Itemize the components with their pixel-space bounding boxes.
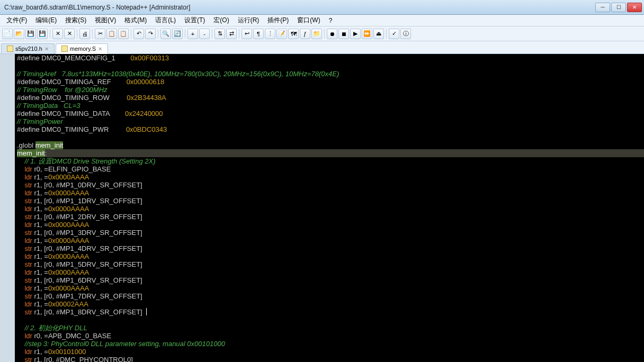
paste-icon[interactable]: 📋 xyxy=(118,29,129,39)
find-icon[interactable]: 🔍 xyxy=(160,29,171,39)
window-titlebar: C:\raw_board\6.sdram\BL1\memory.S - Note… xyxy=(0,0,644,15)
separator xyxy=(386,29,387,39)
show-all-chars-icon[interactable]: ¶ xyxy=(253,29,264,39)
stop-macro-icon[interactable]: ⏹ xyxy=(338,29,349,39)
file-icon xyxy=(7,46,13,52)
menu-language[interactable]: 语言(L) xyxy=(151,15,180,26)
menu-help[interactable]: ? xyxy=(325,16,337,25)
separator xyxy=(324,29,325,39)
separator xyxy=(212,29,212,39)
sync-h-icon[interactable]: ⇄ xyxy=(226,29,237,39)
print-icon[interactable]: 🖨 xyxy=(79,29,90,39)
menu-view[interactable]: 视图(V) xyxy=(91,15,120,26)
highlighted-word: mem_init xyxy=(35,141,64,149)
tab-close-icon[interactable]: ✕ xyxy=(98,46,102,52)
fast-run-icon[interactable]: ⏩ xyxy=(362,29,372,39)
separator xyxy=(50,29,50,39)
menu-plugins[interactable]: 插件(P) xyxy=(263,15,293,26)
zoom-out-icon[interactable]: - xyxy=(199,29,210,39)
text-caret xyxy=(146,308,147,315)
tab-label: s5pv210.h xyxy=(15,46,42,52)
about-icon[interactable]: ⓘ xyxy=(400,29,411,39)
play-macro-icon[interactable]: ▶ xyxy=(350,29,361,39)
tab-bar: s5pv210.h ✕ memory.S ✕ xyxy=(0,41,644,54)
menu-edit[interactable]: 编辑(E) xyxy=(31,15,61,26)
minimize-button[interactable]: ─ xyxy=(595,3,610,12)
tab-s5pv210[interactable]: s5pv210.h ✕ xyxy=(1,43,55,53)
func-list-icon[interactable]: ƒ xyxy=(300,29,310,39)
menu-macro[interactable]: 宏(O) xyxy=(209,15,233,26)
separator xyxy=(239,29,239,39)
wordwrap-icon[interactable]: ↩ xyxy=(241,29,252,39)
file-icon xyxy=(61,46,68,52)
save-icon[interactable]: 💾 xyxy=(25,29,36,39)
user-lang-icon[interactable]: 📝 xyxy=(276,29,287,39)
menu-run[interactable]: 运行(R) xyxy=(234,15,264,26)
spellcheck-icon[interactable]: ✓ xyxy=(389,29,399,39)
indent-guide-icon[interactable]: ⋮ xyxy=(265,29,275,39)
close-all-icon[interactable]: ✕ xyxy=(64,29,75,39)
close-file-icon[interactable]: ✕ xyxy=(52,29,63,39)
window-buttons: ─ ☐ ✕ xyxy=(595,3,642,12)
separator xyxy=(158,29,158,39)
tab-memory[interactable]: memory.S ✕ xyxy=(56,43,108,54)
menu-bar: 文件(F) 编辑(E) 搜索(S) 视图(V) 格式(M) 语言(L) 设置(T… xyxy=(0,15,644,26)
separator xyxy=(185,29,185,39)
save-macro-icon[interactable]: ⏏ xyxy=(373,29,384,39)
tab-label: memory.S xyxy=(70,46,96,52)
separator xyxy=(131,29,131,39)
toolbar: 📄 📂 💾 💾 ✕ ✕ 🖨 ✂ 📋 📋 ↶ ↷ 🔍 🔄 + - ⇅ ⇄ ↩ ¶ … xyxy=(0,26,644,41)
folder-icon[interactable]: 📁 xyxy=(311,29,322,39)
sync-v-icon[interactable]: ⇅ xyxy=(214,29,225,39)
zoom-in-icon[interactable]: + xyxy=(187,29,198,39)
maximize-button[interactable]: ☐ xyxy=(611,3,626,12)
open-file-icon[interactable]: 📂 xyxy=(14,29,24,39)
editor-area[interactable]: #define DMC0_MEMCONFIG_1 0x00F00313 // T… xyxy=(0,54,644,362)
doc-map-icon[interactable]: 🗺 xyxy=(288,29,299,39)
undo-icon[interactable]: ↶ xyxy=(133,29,144,39)
separator xyxy=(77,29,77,39)
new-file-icon[interactable]: 📄 xyxy=(2,29,13,39)
record-macro-icon[interactable]: ⏺ xyxy=(327,29,337,39)
save-all-icon[interactable]: 💾 xyxy=(37,29,48,39)
tab-close-icon[interactable]: ✕ xyxy=(44,46,49,52)
current-line: mem_init: xyxy=(17,149,644,157)
menu-format[interactable]: 格式(M) xyxy=(120,15,151,26)
close-button[interactable]: ✕ xyxy=(627,3,642,12)
window-title: C:\raw_board\6.sdram\BL1\memory.S - Note… xyxy=(2,4,595,11)
copy-icon[interactable]: 📋 xyxy=(106,29,117,39)
highlighted-word: mem_init xyxy=(17,149,45,157)
menu-search[interactable]: 搜索(S) xyxy=(61,15,91,26)
separator xyxy=(92,29,93,39)
cut-icon[interactable]: ✂ xyxy=(95,29,105,39)
code-content[interactable]: #define DMC0_MEMCONFIG_1 0x00F00313 // T… xyxy=(15,54,644,362)
menu-window[interactable]: 窗口(W) xyxy=(293,15,324,26)
replace-icon[interactable]: 🔄 xyxy=(172,29,183,39)
menu-file[interactable]: 文件(F) xyxy=(2,15,31,26)
redo-icon[interactable]: ↷ xyxy=(145,29,156,39)
menu-settings[interactable]: 设置(T) xyxy=(180,15,209,26)
line-gutter xyxy=(0,54,15,362)
